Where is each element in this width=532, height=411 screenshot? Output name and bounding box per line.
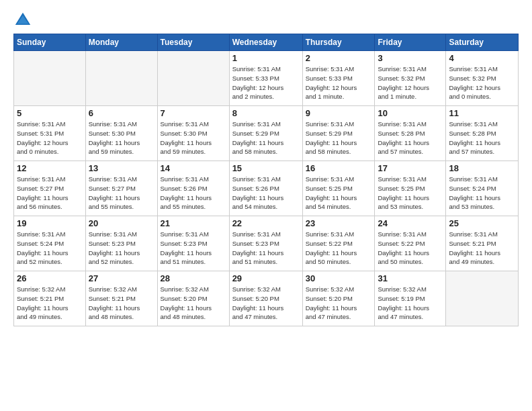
header-wednesday: Wednesday (229, 34, 302, 51)
day-number: 7 (161, 108, 226, 118)
day-info: Sunrise: 5:31 AM Sunset: 5:23 PM Dayligh… (232, 230, 300, 267)
day-info: Sunrise: 5:31 AM Sunset: 5:22 PM Dayligh… (306, 230, 372, 267)
calendar-cell: 24Sunrise: 5:31 AM Sunset: 5:22 PM Dayli… (375, 216, 446, 271)
day-info: Sunrise: 5:31 AM Sunset: 5:26 PM Dayligh… (232, 175, 300, 212)
day-number: 5 (17, 108, 83, 118)
day-info: Sunrise: 5:31 AM Sunset: 5:27 PM Dayligh… (89, 175, 154, 212)
calendar-cell: 30Sunrise: 5:32 AM Sunset: 5:20 PM Dayli… (302, 271, 375, 326)
calendar-cell: 22Sunrise: 5:31 AM Sunset: 5:23 PM Dayli… (229, 216, 302, 271)
day-number: 19 (17, 218, 83, 228)
day-number: 30 (306, 273, 372, 283)
day-info: Sunrise: 5:32 AM Sunset: 5:20 PM Dayligh… (306, 285, 372, 322)
day-number: 18 (449, 163, 515, 173)
calendar-cell (85, 51, 157, 106)
day-info: Sunrise: 5:31 AM Sunset: 5:30 PM Dayligh… (89, 120, 154, 156)
day-number: 13 (89, 163, 154, 173)
calendar-cell: 25Sunrise: 5:31 AM Sunset: 5:21 PM Dayli… (446, 216, 519, 271)
logo-icon (13, 11, 32, 30)
day-info: Sunrise: 5:31 AM Sunset: 5:32 PM Dayligh… (449, 64, 515, 101)
calendar-cell: 14Sunrise: 5:31 AM Sunset: 5:26 PM Dayli… (157, 161, 229, 216)
calendar-cell: 13Sunrise: 5:31 AM Sunset: 5:27 PM Dayli… (85, 161, 157, 216)
day-number: 27 (89, 273, 154, 283)
day-number: 29 (232, 273, 300, 283)
week-row-4: 19Sunrise: 5:31 AM Sunset: 5:24 PM Dayli… (14, 216, 519, 271)
day-info: Sunrise: 5:31 AM Sunset: 5:26 PM Dayligh… (161, 175, 226, 212)
calendar-cell: 10Sunrise: 5:31 AM Sunset: 5:28 PM Dayli… (375, 106, 446, 161)
calendar-cell: 2Sunrise: 5:31 AM Sunset: 5:33 PM Daylig… (302, 51, 375, 106)
day-number: 14 (161, 163, 226, 173)
page-header (13, 11, 519, 30)
day-number: 22 (232, 218, 300, 228)
header-thursday: Thursday (302, 34, 375, 51)
week-row-1: 1Sunrise: 5:31 AM Sunset: 5:33 PM Daylig… (14, 51, 519, 106)
logo (13, 11, 35, 30)
day-info: Sunrise: 5:31 AM Sunset: 5:29 PM Dayligh… (306, 120, 372, 156)
day-number: 20 (89, 218, 154, 228)
day-info: Sunrise: 5:31 AM Sunset: 5:28 PM Dayligh… (378, 120, 443, 156)
day-number: 17 (378, 163, 443, 173)
day-number: 26 (17, 273, 83, 283)
day-info: Sunrise: 5:31 AM Sunset: 5:29 PM Dayligh… (232, 120, 300, 156)
day-info: Sunrise: 5:31 AM Sunset: 5:28 PM Dayligh… (449, 120, 515, 156)
calendar-cell: 17Sunrise: 5:31 AM Sunset: 5:25 PM Dayli… (375, 161, 446, 216)
calendar-cell: 8Sunrise: 5:31 AM Sunset: 5:29 PM Daylig… (229, 106, 302, 161)
calendar-cell: 28Sunrise: 5:32 AM Sunset: 5:20 PM Dayli… (157, 271, 229, 326)
day-number: 16 (306, 163, 372, 173)
calendar-cell (446, 271, 519, 326)
day-info: Sunrise: 5:32 AM Sunset: 5:20 PM Dayligh… (232, 285, 300, 322)
calendar-cell: 23Sunrise: 5:31 AM Sunset: 5:22 PM Dayli… (302, 216, 375, 271)
calendar-cell: 7Sunrise: 5:31 AM Sunset: 5:30 PM Daylig… (157, 106, 229, 161)
day-number: 2 (306, 53, 372, 63)
day-number: 3 (378, 53, 443, 63)
calendar-cell: 15Sunrise: 5:31 AM Sunset: 5:26 PM Dayli… (229, 161, 302, 216)
day-number: 23 (306, 218, 372, 228)
header-monday: Monday (85, 34, 157, 51)
day-info: Sunrise: 5:31 AM Sunset: 5:25 PM Dayligh… (378, 175, 443, 212)
day-info: Sunrise: 5:31 AM Sunset: 5:21 PM Dayligh… (449, 230, 515, 267)
day-info: Sunrise: 5:32 AM Sunset: 5:19 PM Dayligh… (378, 285, 443, 322)
calendar-cell (157, 51, 229, 106)
day-info: Sunrise: 5:31 AM Sunset: 5:27 PM Dayligh… (17, 175, 83, 212)
day-info: Sunrise: 5:31 AM Sunset: 5:25 PM Dayligh… (306, 175, 372, 212)
day-info: Sunrise: 5:31 AM Sunset: 5:24 PM Dayligh… (17, 230, 83, 267)
calendar-cell: 12Sunrise: 5:31 AM Sunset: 5:27 PM Dayli… (14, 161, 86, 216)
week-row-5: 26Sunrise: 5:32 AM Sunset: 5:21 PM Dayli… (14, 271, 519, 326)
calendar-cell: 6Sunrise: 5:31 AM Sunset: 5:30 PM Daylig… (85, 106, 157, 161)
day-number: 11 (449, 108, 515, 118)
day-info: Sunrise: 5:32 AM Sunset: 5:20 PM Dayligh… (161, 285, 226, 322)
day-number: 10 (378, 108, 443, 118)
day-info: Sunrise: 5:32 AM Sunset: 5:21 PM Dayligh… (89, 285, 154, 322)
day-number: 1 (232, 53, 300, 63)
calendar-cell: 20Sunrise: 5:31 AM Sunset: 5:23 PM Dayli… (85, 216, 157, 271)
header-saturday: Saturday (446, 34, 519, 51)
day-info: Sunrise: 5:31 AM Sunset: 5:32 PM Dayligh… (378, 64, 443, 101)
day-info: Sunrise: 5:31 AM Sunset: 5:33 PM Dayligh… (306, 64, 372, 101)
calendar-cell: 9Sunrise: 5:31 AM Sunset: 5:29 PM Daylig… (302, 106, 375, 161)
day-info: Sunrise: 5:31 AM Sunset: 5:22 PM Dayligh… (378, 230, 443, 267)
calendar-cell: 5Sunrise: 5:31 AM Sunset: 5:31 PM Daylig… (14, 106, 86, 161)
day-number: 8 (232, 108, 300, 118)
calendar-cell: 27Sunrise: 5:32 AM Sunset: 5:21 PM Dayli… (85, 271, 157, 326)
day-number: 31 (378, 273, 443, 283)
day-info: Sunrise: 5:31 AM Sunset: 5:33 PM Dayligh… (232, 64, 300, 101)
calendar-page: SundayMondayTuesdayWednesdayThursdayFrid… (0, 0, 532, 411)
calendar-cell: 3Sunrise: 5:31 AM Sunset: 5:32 PM Daylig… (375, 51, 446, 106)
day-info: Sunrise: 5:31 AM Sunset: 5:31 PM Dayligh… (17, 120, 83, 156)
calendar-cell: 11Sunrise: 5:31 AM Sunset: 5:28 PM Dayli… (446, 106, 519, 161)
calendar-header-row: SundayMondayTuesdayWednesdayThursdayFrid… (14, 34, 519, 51)
calendar-cell: 16Sunrise: 5:31 AM Sunset: 5:25 PM Dayli… (302, 161, 375, 216)
day-number: 28 (161, 273, 226, 283)
day-number: 4 (449, 53, 515, 63)
week-row-2: 5Sunrise: 5:31 AM Sunset: 5:31 PM Daylig… (14, 106, 519, 161)
header-sunday: Sunday (14, 34, 86, 51)
day-info: Sunrise: 5:32 AM Sunset: 5:21 PM Dayligh… (17, 285, 83, 322)
calendar-cell: 31Sunrise: 5:32 AM Sunset: 5:19 PM Dayli… (375, 271, 446, 326)
day-number: 21 (161, 218, 226, 228)
calendar-cell: 21Sunrise: 5:31 AM Sunset: 5:23 PM Dayli… (157, 216, 229, 271)
calendar-table: SundayMondayTuesdayWednesdayThursdayFrid… (13, 34, 519, 326)
day-number: 12 (17, 163, 83, 173)
day-number: 25 (449, 218, 515, 228)
day-number: 15 (232, 163, 300, 173)
calendar-cell: 19Sunrise: 5:31 AM Sunset: 5:24 PM Dayli… (14, 216, 86, 271)
day-number: 9 (306, 108, 372, 118)
